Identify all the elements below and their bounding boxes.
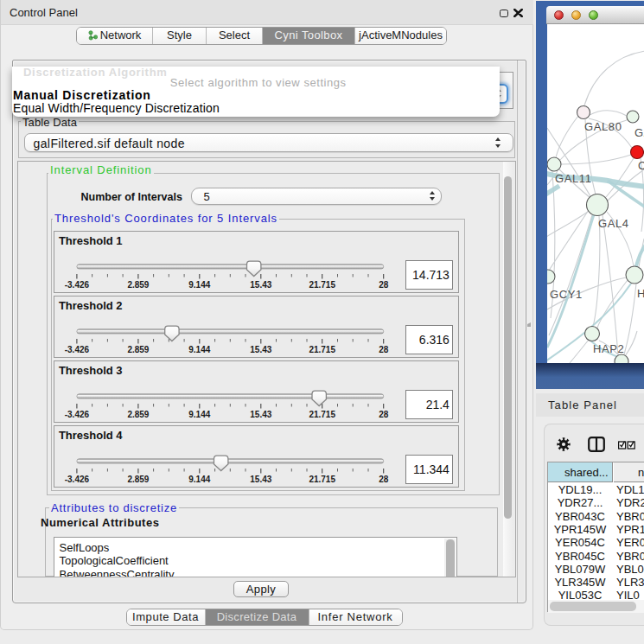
svg-text:-3.426: -3.426 xyxy=(65,474,90,483)
svg-text:21.715: 21.715 xyxy=(309,344,336,354)
svg-text:C: C xyxy=(638,159,644,172)
svg-text:21.715: 21.715 xyxy=(309,279,336,289)
svg-text:28: 28 xyxy=(379,474,390,483)
svg-text:15.43: 15.43 xyxy=(251,344,272,354)
svg-text:GAL80: GAL80 xyxy=(584,120,622,133)
svg-text:9.144: 9.144 xyxy=(189,344,211,354)
svg-text:9.144: 9.144 xyxy=(189,279,211,289)
svg-text:21.715: 21.715 xyxy=(309,474,336,483)
svg-text:15.43: 15.43 xyxy=(251,409,272,418)
svg-text:9.144: 9.144 xyxy=(189,474,211,483)
svg-text:15.43: 15.43 xyxy=(251,474,272,483)
svg-text:GAL11: GAL11 xyxy=(555,172,592,185)
svg-text:-3.426: -3.426 xyxy=(65,344,90,354)
svg-text:-3.426: -3.426 xyxy=(65,279,90,289)
svg-text:-3.426: -3.426 xyxy=(65,409,90,418)
svg-text:GAL4: GAL4 xyxy=(598,217,629,230)
svg-text:H: H xyxy=(637,287,644,300)
svg-text:2.859: 2.859 xyxy=(128,409,150,418)
svg-text:21.715: 21.715 xyxy=(309,409,336,418)
svg-text:2.859: 2.859 xyxy=(128,344,150,354)
svg-text:9.144: 9.144 xyxy=(189,409,211,418)
svg-text:28: 28 xyxy=(379,279,390,289)
svg-text:2.859: 2.859 xyxy=(128,279,150,289)
svg-text:GA: GA xyxy=(634,126,644,139)
svg-text:15.43: 15.43 xyxy=(251,279,272,289)
svg-text:2.859: 2.859 xyxy=(128,474,150,483)
svg-text:28: 28 xyxy=(379,409,390,418)
svg-text:HAP2: HAP2 xyxy=(593,342,624,355)
svg-text:GCY1: GCY1 xyxy=(550,288,583,301)
svg-text:28: 28 xyxy=(379,344,390,354)
